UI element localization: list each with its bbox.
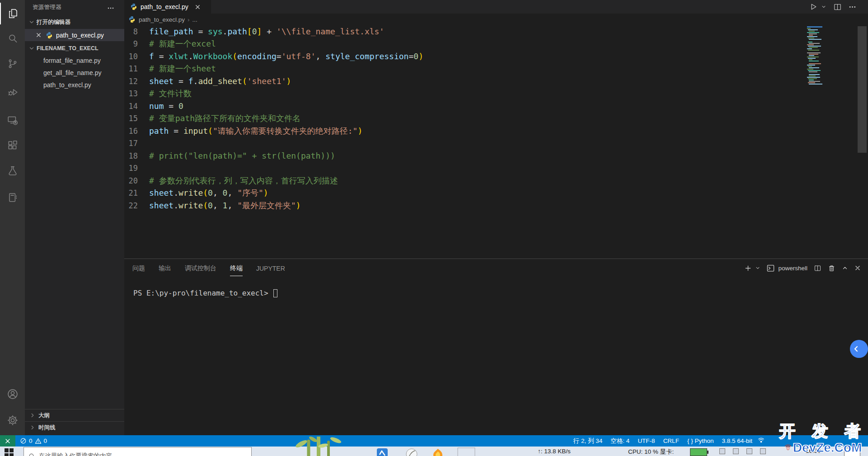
floating-collapse-button[interactable] [850, 340, 868, 358]
code-line[interactable]: 19 [124, 162, 868, 175]
panel-tab[interactable]: 终端 [230, 260, 243, 276]
warnings-icon [35, 437, 42, 444]
activitybar-account[interactable] [0, 383, 25, 405]
activitybar-run-debug[interactable] [0, 81, 25, 103]
code-line[interactable]: 15# 变量path路径下所有的文件夹和文件名 [124, 113, 868, 125]
activitybar-notebook[interactable] [0, 187, 25, 208]
split-terminal-icon[interactable] [814, 264, 821, 272]
status-item[interactable]: 3.8.5 64-bit [722, 437, 752, 444]
line-number: 12 [124, 77, 138, 86]
taskbar-app-icon-1[interactable] [376, 447, 388, 456]
file-tree-item[interactable]: get_all_file_name.py [25, 66, 124, 79]
code-line[interactable]: 21sheet.write(0, 0, "序号") [124, 187, 868, 200]
kill-terminal-trash-icon[interactable] [828, 264, 835, 272]
minimap[interactable] [807, 26, 822, 85]
tab-path-to-execl[interactable]: path_to_execl.py [124, 0, 211, 14]
breadcrumb-file[interactable]: path_to_execl.py [139, 16, 185, 23]
tray-icon[interactable] [760, 448, 766, 454]
taskbar-app-icon-4[interactable] [457, 447, 475, 456]
close-icon[interactable] [36, 32, 42, 38]
taskbar-search-box[interactable]: 在这里输入你要搜索的内容 [23, 447, 252, 456]
panel-actions: powershell [745, 259, 861, 277]
tray-icon[interactable] [733, 448, 739, 454]
activitybar-source-control[interactable] [0, 53, 25, 75]
file-tree-item[interactable]: format_file_name.py [25, 54, 124, 66]
python-file-icon [130, 3, 137, 10]
file-name-label: get_all_file_name.py [43, 69, 101, 76]
status-item[interactable]: CRLF [663, 437, 679, 444]
open-editor-item-active[interactable]: path_to_execl.py [25, 29, 124, 41]
problems-status[interactable]: 0 0 [20, 435, 47, 447]
python-file-icon [33, 81, 40, 89]
open-editors-section-header[interactable]: 打开的编辑器 [25, 16, 124, 28]
tray-icon[interactable] [719, 448, 725, 454]
code-line[interactable]: 14num = 0 [124, 100, 868, 113]
taskbar-app-icon-2[interactable] [405, 447, 418, 456]
vscode-window: 资源管理器 打开的编辑器 path_to_execl.py FILENAME_T… [0, 0, 868, 456]
code-line[interactable]: 11# 新建一个sheet [124, 63, 868, 75]
status-item[interactable]: 行 2, 列 34 [573, 437, 603, 445]
code-line[interactable]: 13# 文件计数 [124, 88, 868, 100]
status-item[interactable]: UTF-8 [638, 437, 655, 444]
line-text: file_path = sys.path[0] + '\\file_name_l… [138, 27, 384, 36]
close-panel-icon[interactable] [854, 265, 861, 271]
line-number: 21 [124, 188, 138, 197]
sidebar-header: 资源管理器 [25, 0, 124, 14]
activitybar-testing[interactable] [0, 160, 25, 182]
run-button-icon[interactable] [809, 2, 818, 11]
activitybar-extensions[interactable] [0, 135, 25, 156]
panel-tab[interactable]: JUPYTER [256, 261, 285, 275]
breadcrumb-more[interactable]: ... [192, 16, 197, 23]
code-line[interactable]: 9# 新建一个excel [124, 38, 868, 51]
shell-selector[interactable]: powershell [778, 265, 807, 272]
panel-tab[interactable]: 调试控制台 [185, 260, 216, 276]
line-text: # 文件计数 [138, 88, 192, 99]
panel-tab[interactable]: 问题 [132, 260, 145, 276]
maximize-panel-chevron-icon[interactable] [842, 265, 848, 271]
editor-scrollbar[interactable] [858, 26, 867, 153]
code-line[interactable]: 10f = xlwt.Workbook(encoding='utf-8', st… [124, 50, 868, 63]
chevron-right-icon [29, 412, 36, 418]
remote-indicator[interactable] [0, 435, 15, 447]
tray-icon[interactable] [746, 448, 752, 454]
broadcast-icon[interactable] [757, 437, 765, 445]
line-text: # 变量path路径下所有的文件夹和文件名 [138, 113, 300, 124]
chevron-down-icon[interactable] [755, 265, 760, 271]
code-line[interactable]: 8file_path = sys.path[0] + '\\file_name_… [124, 25, 868, 38]
activitybar-remote-explorer[interactable] [0, 109, 25, 131]
outline-section[interactable]: 大纲 [25, 409, 124, 421]
tab-close-icon[interactable] [195, 4, 201, 10]
chevron-left-icon [853, 346, 859, 352]
code-line[interactable]: 20# 参数分别代表行，列，写入内容，首行写入列描述 [124, 174, 868, 187]
code-line[interactable]: 16path = input("请输入你需要转换文件夹的绝对路径:") [124, 125, 868, 137]
file-tree-item[interactable]: path_to_execl.py [25, 79, 124, 91]
line-text: # 新建一个excel [138, 38, 216, 49]
timeline-section[interactable]: 时间线 [25, 421, 124, 433]
run-dropdown-chevron-icon[interactable] [821, 4, 826, 9]
folder-section-header[interactable]: FILENAME_TO_EXECL [25, 42, 124, 54]
activitybar-explorer[interactable] [0, 3, 25, 24]
files-icon [7, 8, 19, 19]
new-terminal-icon[interactable] [745, 265, 751, 272]
taskbar-app-icon-3[interactable] [432, 447, 444, 456]
terminal-shell-icon[interactable] [767, 264, 774, 272]
code-line[interactable]: 18# print("len(path)=" + str(len(path))) [124, 150, 868, 162]
breadcrumb[interactable]: path_to_execl.py › ... [124, 14, 868, 25]
remote-icon [4, 437, 11, 445]
activitybar-settings[interactable] [0, 409, 25, 431]
ellipsis-icon [107, 5, 114, 12]
split-editor-icon[interactable] [833, 3, 842, 11]
code-editor[interactable]: 8file_path = sys.path[0] + '\\file_name_… [124, 25, 868, 259]
more-actions-icon[interactable] [849, 3, 856, 11]
sidebar-more-actions-button[interactable] [107, 5, 114, 12]
panel-tab[interactable]: 输出 [159, 260, 171, 276]
start-button-icon[interactable] [5, 448, 14, 456]
code-line[interactable]: 17 [124, 137, 868, 150]
activitybar-search[interactable] [0, 28, 25, 49]
code-line[interactable]: 12sheet = f.add_sheet('sheet1') [124, 75, 868, 88]
status-item[interactable]: { } Python [687, 437, 714, 444]
line-number: 11 [124, 64, 138, 73]
code-line[interactable]: 22sheet.write(0, 1, "最外层文件夹") [124, 199, 868, 212]
terminal-output[interactable]: PS E:\py-pro\filename_to_execl> [133, 289, 277, 297]
status-item[interactable]: 空格: 4 [610, 437, 629, 445]
